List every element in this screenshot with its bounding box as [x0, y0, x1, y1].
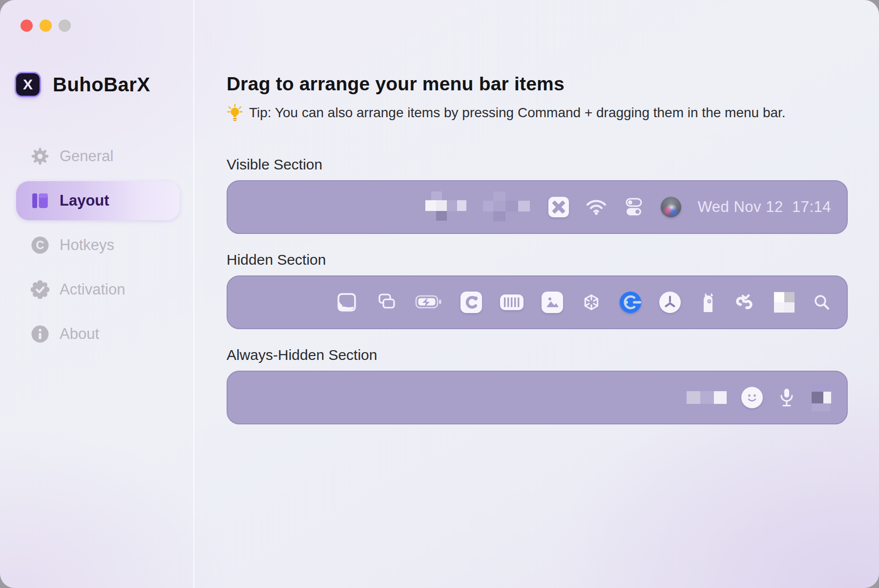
sidebar-item-layout[interactable]: Layout	[16, 181, 180, 220]
barcode-pill-icon[interactable]	[500, 294, 523, 310]
microphone-icon[interactable]	[777, 387, 796, 408]
swirl-s-icon[interactable]	[735, 291, 756, 314]
c-swirl-app-icon[interactable]	[460, 292, 482, 313]
control-center-icon[interactable]	[624, 197, 644, 217]
visible-section-bar[interactable]: Wed Nov 12 17:14	[227, 180, 848, 234]
smiley-icon[interactable]	[741, 387, 763, 408]
wifi-icon[interactable]	[586, 199, 607, 215]
redacted-icons-c[interactable]	[687, 391, 727, 404]
app-brand: X BuhoBarX	[16, 73, 150, 96]
layout-icon	[30, 191, 50, 210]
sidebar-item-hotkeys[interactable]: C Hotkeys	[16, 226, 180, 265]
redacted-icons-b[interactable]	[483, 191, 532, 223]
app-logo-icon: X	[16, 73, 40, 96]
battery-charging-icon[interactable]	[415, 294, 442, 311]
copy-windows-icon[interactable]	[376, 292, 397, 313]
always-hidden-section-label: Always-Hidden Section	[227, 347, 848, 363]
page-title: Drag to arrange your menu bar items	[227, 73, 848, 95]
sidebar-item-label: Layout	[60, 192, 109, 210]
search-icon[interactable]	[813, 293, 831, 312]
llama-icon[interactable]	[699, 292, 717, 313]
sidebar-item-label: Activation	[60, 281, 125, 298]
siri-icon[interactable]	[661, 197, 681, 217]
menu-bar-clock[interactable]: Wed Nov 12 17:14	[698, 198, 831, 216]
hotkey-circle-icon: C	[30, 235, 50, 255]
license-seal-icon	[30, 280, 50, 299]
info-circle-icon	[30, 324, 50, 344]
sidebar-item-activation[interactable]: Activation	[16, 270, 180, 309]
sidebar-nav: General Layout C Hotkeys	[16, 137, 180, 354]
fold-note-icon[interactable]	[336, 292, 357, 313]
svg-text:C: C	[36, 239, 44, 252]
lightbulb-icon	[227, 104, 243, 122]
y-wheel-icon[interactable]	[659, 292, 681, 313]
main-content: Drag to arrange your menu bar items Tip:…	[227, 0, 848, 424]
redacted-app-icon-2[interactable]	[811, 384, 831, 411]
openai-icon[interactable]	[581, 292, 602, 313]
app-window: X BuhoBarX	[0, 0, 879, 588]
buhobarx-x-icon[interactable]	[548, 197, 569, 217]
sidebar-item-label: General	[60, 147, 113, 165]
redacted-app-icon[interactable]	[774, 292, 795, 313]
photo-app-icon[interactable]	[542, 292, 563, 313]
tip-text: Tip: You can also arrange items by press…	[249, 105, 786, 121]
gear-icon	[30, 147, 50, 166]
sidebar-item-label: Hotkeys	[60, 236, 114, 254]
sidebar: X BuhoBarX	[0, 0, 194, 588]
redacted-icons-a[interactable]	[425, 191, 466, 223]
tip-row: Tip: You can also arrange items by press…	[227, 104, 848, 122]
always-hidden-section-bar[interactable]	[227, 371, 848, 424]
sidebar-item-about[interactable]: About	[16, 315, 180, 354]
blue-connect-icon[interactable]	[620, 292, 641, 313]
hidden-section-bar[interactable]	[227, 275, 848, 329]
sidebar-item-general[interactable]: General	[16, 137, 180, 176]
app-name: BuhoBarX	[53, 74, 150, 96]
hidden-section-label: Hidden Section	[227, 252, 848, 268]
visible-section-label: Visible Section	[227, 156, 848, 173]
sidebar-item-label: About	[60, 325, 99, 343]
